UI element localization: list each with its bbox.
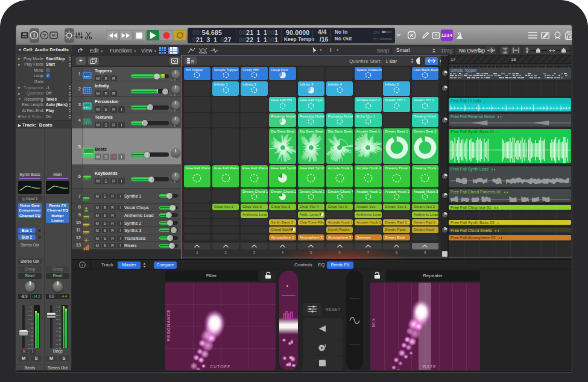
svg-text:i: i	[33, 32, 35, 39]
svg-text:i: i	[82, 263, 83, 268]
svg-text:S: S	[434, 33, 437, 38]
svg-text:R: R	[191, 60, 194, 64]
svg-text:?: ?	[43, 33, 46, 39]
